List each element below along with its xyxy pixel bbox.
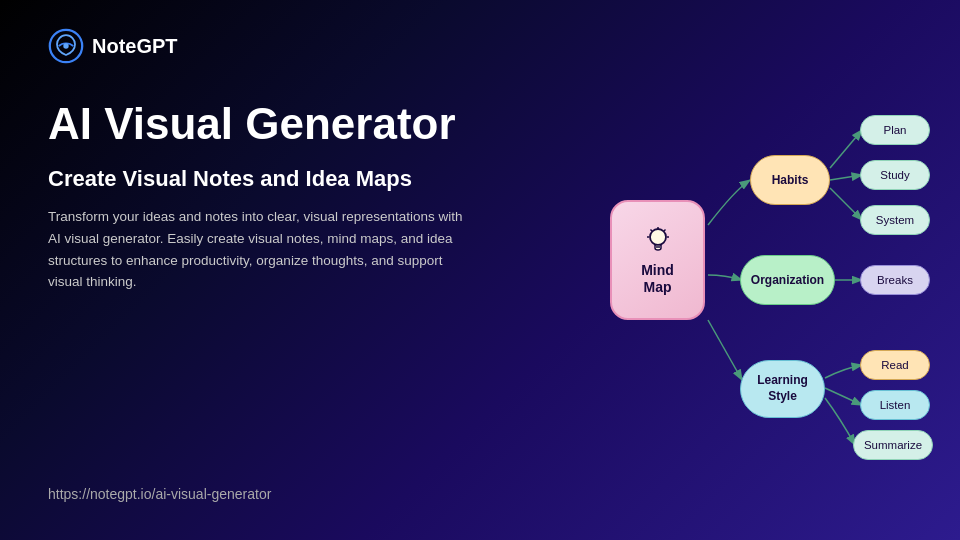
- logo-text: NoteGPT: [92, 35, 178, 58]
- logo-area: NoteGPT: [48, 28, 178, 64]
- mindmap-center-label: Mind Map: [641, 262, 674, 296]
- main-content: AI Visual Generator Create Visual Notes …: [48, 100, 528, 293]
- svg-point-1: [63, 43, 68, 48]
- subheadline: Create Visual Notes and Idea Maps: [48, 166, 528, 192]
- description-text: Transform your ideas and notes into clea…: [48, 206, 468, 292]
- mindmap-center-card: Mind Map: [610, 200, 705, 320]
- habits-node: Habits: [750, 155, 830, 205]
- summarize-node: Summarize: [853, 430, 933, 460]
- organization-node: Organization: [740, 255, 835, 305]
- plan-node: Plan: [860, 115, 930, 145]
- system-node: System: [860, 205, 930, 235]
- url-text: https://notegpt.io/ai-visual-generator: [48, 486, 271, 502]
- read-node: Read: [860, 350, 930, 380]
- notegpt-logo-icon: [48, 28, 84, 64]
- mindmap-area: Mind Map Habits Organization Learning St…: [520, 60, 940, 490]
- study-node: Study: [860, 160, 930, 190]
- listen-node: Listen: [860, 390, 930, 420]
- breaks-node: Breaks: [860, 265, 930, 295]
- svg-point-3: [650, 229, 666, 245]
- svg-line-5: [664, 230, 666, 232]
- headline: AI Visual Generator: [48, 100, 528, 148]
- learning-style-node: Learning Style: [740, 360, 825, 418]
- svg-line-6: [650, 230, 652, 232]
- lightbulb-icon: [642, 224, 674, 256]
